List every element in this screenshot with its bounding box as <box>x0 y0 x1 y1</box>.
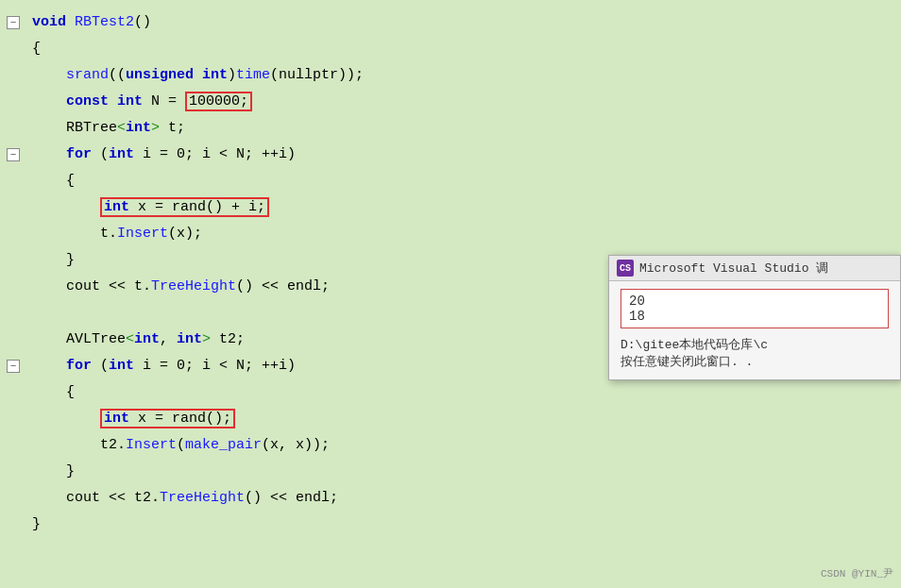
code-token: t. <box>134 278 151 294</box>
code-line: RBTree<int> t; <box>0 115 901 142</box>
code-token: ( <box>100 146 109 162</box>
code-token: int <box>202 67 228 83</box>
code-token: { <box>66 173 75 189</box>
line-gutter: − <box>0 148 28 161</box>
popup-output: 20 18 <box>620 289 889 328</box>
code-token: int <box>117 93 151 109</box>
code-token: Insert <box>126 437 177 453</box>
code-token: < <box>219 358 236 374</box>
code-token: ( <box>100 358 109 374</box>
code-token: N; ++i) <box>236 358 296 374</box>
code-content: srand((unsigned int)time(nullptr)); <box>28 62 901 89</box>
code-token: TreeHeight <box>160 490 245 506</box>
code-token: ) <box>228 67 236 83</box>
code-token: t; <box>160 120 185 136</box>
code-token: t2. <box>134 490 160 506</box>
collapse-icon[interactable]: − <box>7 360 20 373</box>
code-token: void <box>32 14 75 30</box>
code-line: } <box>0 459 901 485</box>
code-token: i = 0; i <box>143 146 219 162</box>
code-token: t2. <box>100 437 126 453</box>
code-token: i = 0; i <box>143 358 219 374</box>
code-token: () <box>134 14 151 30</box>
code-line: { <box>0 36 901 62</box>
code-token: int <box>109 146 143 162</box>
code-line: { <box>0 379 901 406</box>
code-token: N; ++i) <box>236 146 296 162</box>
code-area: −void RBTest2(){ srand((unsigned int)tim… <box>0 0 901 588</box>
code-content: t2.Insert(make_pair(x, x)); <box>28 432 901 459</box>
code-content: int x = rand(); <box>28 406 901 432</box>
code-token: int <box>177 331 202 347</box>
code-token: > <box>151 120 160 136</box>
code-token: RBTree <box>66 120 117 136</box>
code-token: for <box>66 146 100 162</box>
code-content: for (int i = 0; i < N; ++i) <box>28 142 901 168</box>
code-token: < <box>219 146 236 162</box>
code-token: () <box>245 490 270 506</box>
code-token: } <box>32 516 41 532</box>
code-token: int <box>109 358 143 374</box>
popup-body: 20 18 D:\gitee本地代码仓库\c 按任意键关闭此窗口. . <box>609 281 900 379</box>
highlight-token: int x = rand(); <box>100 409 235 428</box>
code-token: () <box>236 278 262 294</box>
code-token: << <box>109 278 134 294</box>
debug-popup: CS Microsoft Visual Studio 调 20 18 D:\gi… <box>608 255 901 380</box>
code-token: (x, x)); <box>262 437 330 453</box>
popup-title: Microsoft Visual Studio 调 <box>639 260 828 277</box>
code-token: < <box>126 331 134 347</box>
code-token: time <box>236 67 270 83</box>
code-content: cout << t2.TreeHeight() << endl; <box>28 485 901 512</box>
code-token: (nullptr)); <box>270 67 364 83</box>
code-token: << <box>270 490 296 506</box>
code-token: (x); <box>168 226 202 242</box>
code-line: int x = rand() + i; <box>0 194 901 221</box>
code-content: RBTree<int> t; <box>28 115 901 142</box>
code-token: } <box>66 252 75 268</box>
code-line: srand((unsigned int)time(nullptr)); <box>0 62 901 89</box>
code-content: int x = rand() + i; <box>28 194 901 221</box>
code-token: AVLTree <box>66 331 126 347</box>
code-token: } <box>66 463 75 479</box>
code-token: srand <box>66 67 109 83</box>
highlight-token: int x = rand() + i; <box>100 197 269 217</box>
code-token: RBTest2 <box>75 14 134 30</box>
code-content: { <box>28 168 901 194</box>
code-line: int x = rand(); <box>0 406 901 432</box>
highlight-token: 100000; <box>185 92 252 111</box>
code-token: int <box>134 331 160 347</box>
popup-titlebar: CS Microsoft Visual Studio 调 <box>609 256 900 281</box>
code-line: const int N = 100000; <box>0 89 901 115</box>
code-content: const int N = 100000; <box>28 89 901 115</box>
code-line: −void RBTest2() <box>0 9 901 36</box>
code-content: { <box>28 36 901 62</box>
code-token: { <box>32 41 41 57</box>
code-content: void RBTest2() <box>28 9 901 36</box>
code-line: − for (int i = 0; i < N; ++i) <box>0 142 901 168</box>
watermark: CSDN @YIN_尹 <box>821 566 893 580</box>
code-token: cout <box>66 278 109 294</box>
code-content: } <box>28 512 901 538</box>
code-line: t.Insert(x); <box>0 221 901 247</box>
line-gutter: − <box>0 360 28 373</box>
code-token: t2; <box>211 331 245 347</box>
code-token: (( <box>109 67 126 83</box>
popup-path: D:\gitee本地代码仓库\c 按任意键关闭此窗口. . <box>620 336 889 370</box>
code-line: cout << t2.TreeHeight() << endl; <box>0 485 901 512</box>
collapse-icon[interactable]: − <box>7 16 20 29</box>
code-line: } <box>0 512 901 538</box>
code-content: t.Insert(x); <box>28 221 901 247</box>
code-token: << <box>262 278 287 294</box>
code-token: < <box>117 120 126 136</box>
code-token: int <box>126 120 151 136</box>
code-token: , <box>160 331 177 347</box>
output-line2: 18 <box>629 309 880 324</box>
code-token: Insert <box>117 226 168 242</box>
vs-icon: CS <box>617 260 634 277</box>
code-token: TreeHeight <box>151 278 236 294</box>
code-token: endl; <box>287 278 330 294</box>
code-line: { <box>0 168 901 194</box>
code-token: ( <box>177 437 185 453</box>
code-content: { <box>28 379 901 406</box>
collapse-icon[interactable]: − <box>7 148 20 161</box>
